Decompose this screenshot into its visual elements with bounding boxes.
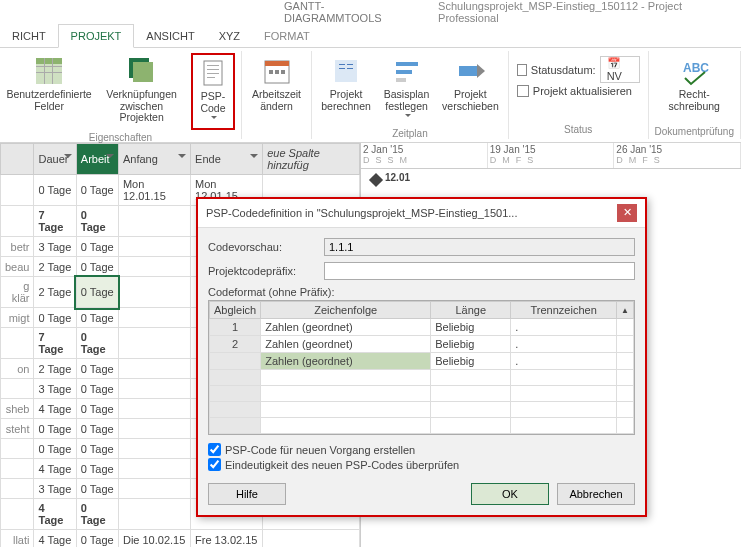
grid-row[interactable]: Zahlen (geordnet)Beliebig. (210, 353, 634, 370)
column-dauer[interactable]: Dauer (34, 144, 76, 175)
svg-rect-25 (396, 70, 412, 74)
milestone-label: 12.01 (385, 172, 410, 183)
document-title: Schulungsprojekt_MSP-Einstieg_150112 - P… (438, 0, 737, 24)
svg-rect-11 (207, 69, 219, 70)
baseline-button[interactable]: Basisplanfestlegen (378, 53, 435, 126)
svg-rect-21 (339, 68, 345, 69)
link-icon (126, 55, 158, 87)
status-date-row[interactable]: Statusdatum: 📅 NV (517, 55, 640, 84)
svg-rect-12 (207, 73, 219, 74)
grid-header[interactable]: Länge (431, 302, 511, 319)
svg-rect-18 (281, 70, 285, 74)
create-code-checkbox[interactable]: PSP-Code für neuen Vorgang erstellen (208, 443, 635, 456)
svg-rect-15 (265, 61, 289, 66)
svg-rect-7 (133, 62, 153, 82)
custom-fields-button[interactable]: BenutzerdefinierteFelder (6, 53, 92, 114)
grid-icon (33, 55, 65, 87)
cal-icon (261, 55, 293, 87)
worktime-button[interactable]: Arbeitszeitändern (248, 53, 305, 114)
svg-rect-23 (347, 68, 353, 69)
svg-rect-24 (396, 62, 418, 66)
grid-row[interactable]: 1Zahlen (geordnet)Beliebig. (210, 319, 634, 336)
add-column[interactable]: eue Spalte hinzufüg (263, 144, 360, 175)
tab-projekt[interactable]: PROJEKT (58, 24, 135, 48)
ribbon-tabs: RICHTPROJEKTANSICHTXYZFORMAT (0, 23, 741, 48)
close-icon[interactable]: ✕ (617, 204, 637, 222)
grid-header[interactable]: Abgleich (210, 302, 261, 319)
context-tools-label: GANTT-DIAGRAMMTOOLS (284, 0, 418, 24)
spellcheck-button[interactable]: ABCRecht-schreibung (665, 53, 724, 114)
titlebar: GANTT-DIAGRAMMTOOLS Schulungsprojekt_MSP… (0, 0, 741, 23)
table-row[interactable]: llati4 Tage0 TageDie 10.02.15Fre 13.02.1… (1, 530, 360, 548)
svg-rect-20 (339, 64, 345, 65)
grid-row[interactable]: 2Zahlen (geordnet)Beliebig. (210, 336, 634, 353)
svg-rect-5 (52, 58, 53, 84)
code-preview-field (324, 238, 635, 256)
abc-check-icon: ABC (678, 55, 710, 87)
baseline-icon (391, 55, 423, 87)
svg-rect-22 (347, 64, 353, 65)
project-prefix-label: Projektcodepräfix: (208, 265, 318, 277)
move-button[interactable]: Projektverschieben (439, 53, 502, 114)
code-format-grid[interactable]: AbgleichZeichenfolgeLängeTrennzeichen▲1Z… (208, 300, 635, 435)
ribbon-group: BenutzerdefinierteFelderVerknüpfungenzwi… (0, 51, 242, 139)
cancel-button[interactable]: Abbrechen (557, 483, 635, 505)
ribbon-group-proofing: ABCRecht-schreibungDokumentprüfung (649, 51, 742, 139)
dialog-titlebar[interactable]: PSP-Codedefinition in "Schulungsprojekt_… (198, 199, 645, 228)
svg-rect-17 (275, 70, 279, 74)
svg-rect-16 (269, 70, 273, 74)
timeline-week: 2 Jan '15DSSM (361, 143, 488, 168)
code-format-label: Codeformat (ohne Präfix): (208, 286, 635, 298)
svg-rect-19 (335, 60, 357, 82)
tab-format[interactable]: FORMAT (252, 25, 322, 47)
tab-xyz[interactable]: XYZ (207, 25, 252, 47)
ribbon-group-status: Statusdatum: 📅 NV Projekt aktualisieren … (509, 51, 649, 139)
timeline-week: 19 Jan '15DMFS (488, 143, 615, 168)
help-button[interactable]: Hilfe (208, 483, 286, 505)
column-anfang[interactable]: Anfang (118, 144, 190, 175)
svg-rect-10 (207, 65, 219, 66)
ribbon: BenutzerdefinierteFelderVerknüpfungenzwi… (0, 48, 741, 143)
ribbon-group: ProjektberechnenBasisplanfestlegenProjek… (312, 51, 509, 139)
dialog-title: PSP-Codedefinition in "Schulungsprojekt_… (206, 207, 517, 219)
svg-rect-4 (44, 58, 45, 84)
milestone-icon (369, 173, 383, 187)
tab-ansicht[interactable]: ANSICHT (134, 25, 206, 47)
grid-header[interactable]: Zeichenfolge (261, 302, 431, 319)
psp-code-button[interactable]: PSP-Code (191, 53, 235, 130)
svg-rect-1 (36, 58, 62, 64)
column-arbeit[interactable]: Arbeit (76, 144, 118, 175)
links-button[interactable]: Verknüpfungenzwischen Projekten (96, 53, 187, 126)
move-icon (454, 55, 486, 87)
svg-rect-26 (396, 78, 406, 82)
tab-richt[interactable]: RICHT (0, 25, 58, 47)
code-preview-label: Codevorschau: (208, 241, 318, 253)
grid-header[interactable]: Trennzeichen (511, 302, 617, 319)
ribbon-group: Arbeitszeitändern (242, 51, 312, 139)
doc-icon (197, 57, 229, 89)
update-project-row[interactable]: Projekt aktualisieren (517, 84, 640, 98)
svg-rect-27 (459, 66, 477, 76)
column-ende[interactable]: Ende (191, 144, 263, 175)
svg-rect-13 (207, 77, 215, 78)
project-prefix-field[interactable] (324, 262, 635, 280)
ok-button[interactable]: OK (471, 483, 549, 505)
calc-button[interactable]: Projektberechnen (318, 53, 374, 114)
timeline-week: 26 Jan '15DMFS (614, 143, 741, 168)
checkbox-input[interactable] (208, 458, 221, 471)
svg-rect-2 (36, 66, 62, 67)
psp-code-definition-dialog: PSP-Codedefinition in "Schulungsprojekt_… (196, 197, 647, 517)
calc-icon (330, 55, 362, 87)
verify-unique-checkbox[interactable]: Eindeutigkeit des neuen PSP-Codes überpr… (208, 458, 635, 471)
svg-rect-3 (36, 72, 62, 73)
checkbox-input[interactable] (208, 443, 221, 456)
